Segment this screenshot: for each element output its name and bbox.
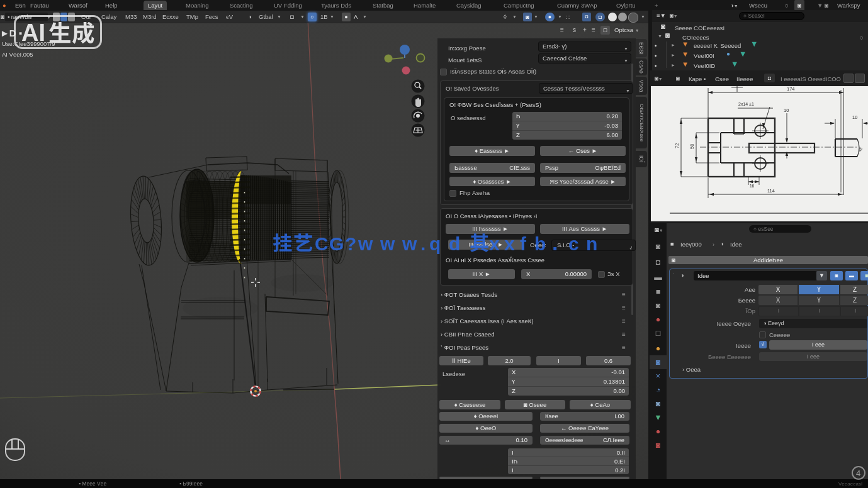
svg-text:10: 10 <box>784 108 789 113</box>
svg-text:q: q <box>429 233 441 254</box>
svg-text:w: w <box>380 233 395 254</box>
svg-text:16: 16 <box>750 184 755 188</box>
svg-text:114: 114 <box>767 188 775 194</box>
svg-text:d: d <box>449 233 460 254</box>
svg-text:w: w <box>358 233 373 254</box>
svg-text:b: b <box>534 233 546 254</box>
svg-text:45: 45 <box>857 146 864 152</box>
svg-text:G: G <box>329 233 344 254</box>
svg-text:n: n <box>586 233 597 254</box>
svg-text:C: C <box>315 233 329 254</box>
svg-text:72: 72 <box>674 143 680 148</box>
svg-text:174: 174 <box>787 86 795 92</box>
svg-text:c: c <box>568 233 579 254</box>
svg-text:.: . <box>420 233 426 254</box>
svg-text:x: x <box>504 233 515 254</box>
svg-text:?: ? <box>345 233 356 254</box>
svg-text:4: 4 <box>856 469 860 478</box>
svg-text:50: 50 <box>689 144 695 149</box>
svg-text:w: w <box>402 233 417 254</box>
svg-text:10: 10 <box>852 114 857 120</box>
svg-text:.: . <box>552 231 558 255</box>
svg-text:x: x <box>489 233 500 254</box>
svg-text:2x14 ±1: 2x14 ±1 <box>738 102 754 106</box>
svg-text:f: f <box>520 233 527 254</box>
